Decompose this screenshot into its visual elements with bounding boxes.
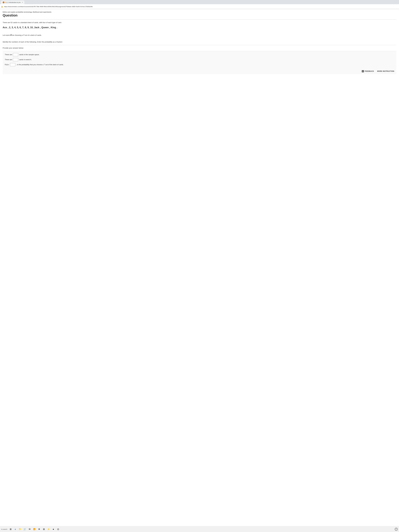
feedback-button[interactable]: ■ FEEDBACK bbox=[362, 70, 374, 72]
calculator-icon: ⊞ bbox=[43, 528, 45, 530]
sample-space-row: There are cards in the sample space. bbox=[5, 53, 394, 56]
out-of-text: out of a deck of cards. bbox=[25, 34, 42, 36]
address-bar: 🔒 https://www.knewton.com/learn/course/e… bbox=[0, 4, 399, 9]
taskbar-icon-amazon[interactable]: a bbox=[32, 527, 36, 531]
more-instruction-label: MORE INSTRUCTION bbox=[377, 70, 394, 72]
action-buttons-row: ■ FEEDBACK MORE INSTRUCTION bbox=[5, 69, 394, 72]
event-paragraph: Let event A be choosing a 7 out of a dec… bbox=[3, 33, 396, 37]
more-instruction-button[interactable]: MORE INSTRUCTION bbox=[377, 70, 394, 72]
event-description: Let event A be choosing a 7 out of a dec… bbox=[3, 33, 396, 37]
grid-icon: ⊞ bbox=[10, 528, 12, 530]
row2-after: cards in event A. bbox=[19, 59, 32, 61]
taskbar-icon-grid[interactable]: ⊞ bbox=[9, 527, 13, 531]
camera-icon: ● bbox=[53, 528, 54, 530]
row3-before: P(A)= bbox=[5, 63, 9, 66]
taskbar-icon-camera[interactable]: ● bbox=[51, 527, 55, 531]
taskbar-icon-folder[interactable]: 📁 bbox=[18, 527, 22, 531]
tab-close-button[interactable]: × bbox=[22, 1, 23, 3]
tab-favicon bbox=[3, 1, 5, 3]
row3-after: , is the probability that you choose a 7… bbox=[16, 63, 64, 66]
help-label: ? bbox=[396, 528, 397, 530]
browser-content: Define and explain probability terminolo… bbox=[0, 9, 399, 526]
feedback-label: FEEDBACK bbox=[365, 70, 374, 72]
store-icon: 🛒 bbox=[24, 528, 26, 530]
probability-row: P(A)= , is the probability that you choo… bbox=[5, 63, 394, 66]
question-body: There are 52 cards in a standard deck of… bbox=[3, 21, 396, 29]
taskbar-icon-lightning[interactable]: ⚡ bbox=[47, 527, 51, 531]
lock-icon: 🔒 bbox=[1, 6, 3, 7]
tab-title: 3.1.1 Introduction to pro bbox=[5, 2, 21, 3]
identify-instruction: Identify the numbers of each of the foll… bbox=[3, 41, 396, 43]
body-text-1: There are 52 cards in a standard deck of… bbox=[3, 21, 62, 24]
tab-bar: 3.1.1 Introduction to pro × bbox=[0, 0, 399, 4]
taskbar-icon-snowflake[interactable]: ❄ bbox=[37, 527, 41, 531]
provide-answer-label: Provide your answer below: bbox=[3, 47, 396, 50]
divider-top bbox=[3, 19, 396, 20]
feedback-icon: ■ bbox=[362, 70, 364, 72]
divider-middle bbox=[3, 45, 396, 45]
mail-icon: ✉ bbox=[29, 528, 31, 530]
taskbar-icon-calculator[interactable]: ⊞ bbox=[42, 527, 46, 531]
active-tab[interactable]: 3.1.1 Introduction to pro × bbox=[1, 0, 24, 4]
probability-input[interactable] bbox=[10, 63, 15, 66]
taskbar-icon-chrome[interactable]: ⊙ bbox=[56, 527, 60, 531]
event-a-input[interactable] bbox=[13, 58, 18, 61]
event-letter: A bbox=[10, 34, 12, 36]
lightning-icon: ⚡ bbox=[47, 528, 50, 530]
taskbar-icon-store[interactable]: 🛒 bbox=[23, 527, 27, 531]
card-list: Ace , 2, 3, 4, 5, 6, 7, 8, 9, 10, Jack ,… bbox=[3, 25, 396, 29]
taskbar-icon-mail[interactable]: ✉ bbox=[28, 527, 32, 531]
event-a-row: There are cards in event A. bbox=[5, 58, 394, 61]
choosing-text: be choosing a bbox=[12, 34, 23, 36]
folder-icon: 📁 bbox=[19, 528, 21, 530]
taskbar: to search ⊞ e 📁 🛒 ✉ a ❄ ⊞ ⚡ ● bbox=[0, 526, 399, 532]
edge-icon: e bbox=[15, 528, 16, 530]
question-title: Question bbox=[3, 13, 396, 17]
answer-section: There are cards in the sample space. The… bbox=[3, 51, 396, 74]
row1-before: There are bbox=[5, 54, 12, 56]
identify-text: Identify the numbers of each of the foll… bbox=[3, 41, 396, 43]
snowflake-icon: ❄ bbox=[38, 528, 40, 530]
taskbar-icon-edge[interactable]: e bbox=[13, 527, 17, 531]
question-header: Define and explain probability terminolo… bbox=[3, 11, 396, 13]
row1-after: cards in the sample space. bbox=[19, 54, 39, 56]
help-button[interactable]: ? bbox=[395, 528, 398, 531]
let-text: Let event bbox=[3, 34, 10, 36]
amazon-icon: a bbox=[33, 528, 35, 530]
number-7: 7 bbox=[23, 34, 24, 36]
row2-before: There are bbox=[5, 59, 12, 61]
provide-answer-text: Provide your answer below: bbox=[3, 47, 396, 50]
sample-space-input[interactable] bbox=[13, 53, 18, 56]
url-display[interactable]: https://www.knewton.com/learn/course/e2e… bbox=[4, 6, 398, 7]
chrome-icon: ⊙ bbox=[57, 528, 59, 531]
body-paragraph-1: There are 52 cards in a standard deck of… bbox=[3, 21, 396, 24]
taskbar-search-text: to search bbox=[1, 528, 7, 530]
browser-chrome: 3.1.1 Introduction to pro × 🔒 https://ww… bbox=[0, 0, 399, 9]
